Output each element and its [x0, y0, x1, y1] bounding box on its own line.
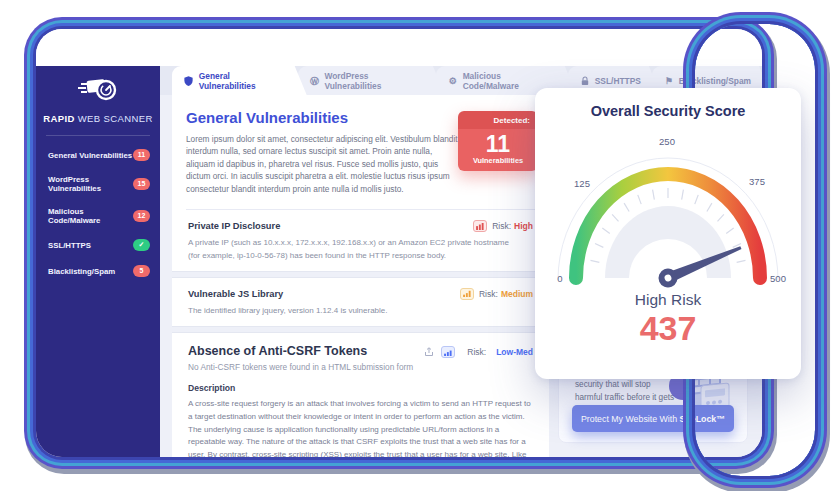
count-badge: 12: [133, 210, 150, 222]
gauge-tick-125: 125: [574, 178, 590, 189]
sidebar: RAPID WEB SCANNER General Vulnerabilitie…: [36, 66, 160, 457]
detected-unit: Vulnerabilities: [458, 156, 538, 165]
security-score-card: Overall Security Score: [535, 88, 801, 379]
scanner-illustration: RAPID WEB SCANNER General Vulnerabilitie…: [0, 0, 831, 491]
sidebar-item-wordpress-vulnerabilities[interactable]: WordPress Vulnerabilities 15: [36, 168, 160, 200]
risk-value: High: [514, 221, 533, 231]
window-chrome: [36, 29, 762, 66]
finding-vulnerable-js-library[interactable]: Vulnerable JS Library Risk: Medium The i…: [186, 278, 535, 326]
finding-private-ip-disclosure[interactable]: Private IP Disclosure Risk: High A priva…: [186, 210, 535, 271]
gauge-tick-500: 500: [770, 273, 786, 284]
score-value: 437: [535, 309, 801, 348]
risk-value: Low-Med: [496, 347, 533, 357]
rapid-web-scanner-logo-icon: [36, 72, 160, 110]
brand-name: RAPID WEB SCANNER: [36, 113, 160, 124]
share-icon[interactable]: [424, 347, 434, 357]
intro-text: Lorem ipsum dolor sit amet, consectetur …: [186, 133, 458, 195]
risk-bars-icon: [460, 288, 474, 300]
divider: [172, 271, 549, 278]
count-badge: 15: [133, 178, 150, 190]
detail-subtitle: No Anti-CSRF tokens were found in a HTML…: [188, 362, 424, 372]
tab-wordpress-vulnerabilities[interactable]: Ⓦ WordPress Vulnerabilities: [298, 66, 445, 95]
risk-level-text: High Risk: [535, 291, 801, 309]
count-badge: 11: [133, 149, 150, 161]
detected-count: 11: [458, 132, 538, 156]
flag-icon: ⚑: [664, 76, 674, 86]
wordpress-icon: Ⓦ: [310, 76, 320, 86]
gear-icon: ⚙: [448, 76, 458, 86]
tab-general-vulnerabilities[interactable]: General Vulnerabilities: [172, 66, 307, 95]
vulnerabilities-panel: General Vulnerabilities Lorem ipsum dolo…: [172, 95, 549, 457]
description-text: A cross-site request forgery is an attac…: [188, 398, 533, 457]
risk-bars-icon: [441, 346, 455, 358]
detected-label: Detected:: [458, 111, 538, 129]
risk-value: Medium: [501, 289, 533, 299]
sidebar-item-blacklisting-spam[interactable]: Blacklisting/Spam 5: [36, 258, 160, 284]
sidebar-item-malicious-code-malware[interactable]: Malicious Code/Malware 12: [36, 200, 160, 232]
protect-website-button[interactable]: Protect My Website With SiteLock™: [572, 405, 734, 432]
lock-icon: [580, 76, 590, 86]
detail-title: Absence of Anti-CSRF Tokens: [188, 344, 424, 358]
gauge-tick-250: 250: [659, 136, 675, 147]
sidebar-item-general-vulnerabilities[interactable]: General Vulnerabilities 11: [36, 142, 160, 168]
sidebar-item-ssl-https[interactable]: SSL/HTTPS ✓: [36, 232, 160, 258]
gauge-tick-0: 0: [557, 273, 562, 284]
count-badge: 5: [133, 265, 150, 277]
description-heading: Description: [188, 383, 533, 393]
risk-bars-icon: [473, 220, 487, 232]
detected-card: Detected: 11 Vulnerabilities: [458, 111, 538, 171]
divider: [172, 326, 549, 333]
shield-icon: [184, 76, 194, 86]
gauge-tick-375: 375: [749, 176, 765, 187]
findings-list: Private IP Disclosure Risk: High A priva…: [186, 209, 535, 457]
divider: [46, 135, 150, 136]
check-badge-icon: ✓: [133, 239, 150, 251]
finding-detail-anti-csrf: Absence of Anti-CSRF Tokens No Anti-CSRF…: [186, 333, 535, 457]
